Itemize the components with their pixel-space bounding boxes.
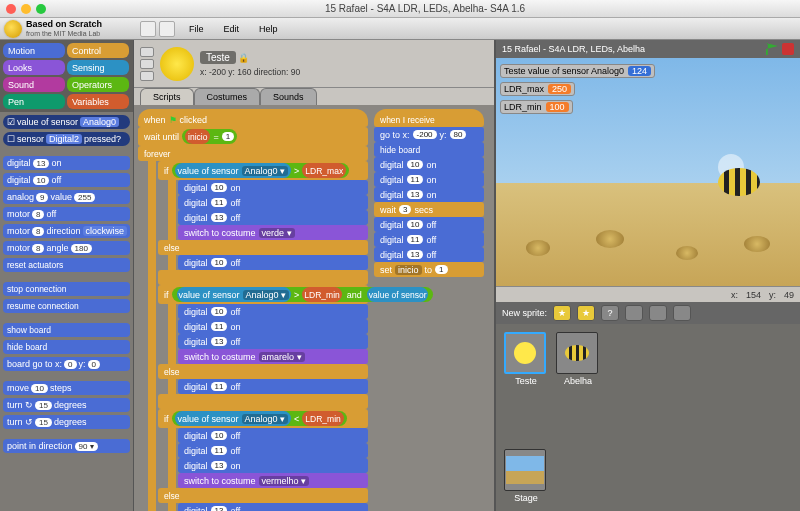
blk-stop-conn[interactable]: stop connection — [3, 282, 130, 296]
stop-button[interactable] — [782, 43, 794, 55]
tab-sounds[interactable]: Sounds — [260, 88, 317, 105]
blk-digital-on[interactable]: digital 13 on — [3, 156, 130, 170]
cat-motion[interactable]: Motion — [3, 43, 65, 58]
cat-sound[interactable]: Sound — [3, 77, 65, 92]
blk-reset[interactable]: reset actuators — [3, 258, 130, 272]
script-area[interactable]: when ⚑ clicked wait until inicio = 1 for… — [134, 105, 494, 511]
menu-edit[interactable]: Edit — [216, 22, 248, 36]
blk-d11-on-r[interactable]: digital 11 on — [374, 172, 484, 187]
tab-costumes[interactable]: Costumes — [194, 88, 261, 105]
blk-board-goto[interactable]: board go to x: 0 y: 0 — [3, 357, 130, 371]
blk-d13-off-2[interactable]: digital 13 off — [178, 334, 368, 349]
cat-control[interactable]: Control — [67, 43, 129, 58]
blk-move-steps[interactable]: move 10 steps — [3, 381, 130, 395]
cat-pen[interactable]: Pen — [3, 94, 65, 109]
blk-turn-r[interactable]: turn ↻ 15 degrees — [3, 398, 130, 412]
blk-if3[interactable]: if value of sensor Analog0 ▾ < LDR_min — [158, 409, 368, 428]
blk-d11-off-r[interactable]: digital 11 off — [374, 232, 484, 247]
blk-motor-dir[interactable]: motor 8 direction clockwise — [3, 224, 130, 238]
blk-else1[interactable]: else — [158, 240, 368, 255]
blk-else2[interactable]: else — [158, 364, 368, 379]
blk-value-of-sensor[interactable]: ☑ value of sensor Analog0 — [3, 115, 130, 129]
hat-flag[interactable]: when ⚑ clicked — [138, 109, 368, 127]
cat-sensing[interactable]: Sensing — [67, 60, 129, 75]
blk-d10-off-2[interactable]: digital 10 off — [178, 304, 368, 319]
surprise-sprite-button[interactable]: ? — [601, 305, 619, 321]
close-button[interactable] — [6, 4, 16, 14]
zoom-button[interactable] — [36, 4, 46, 14]
view-small[interactable] — [140, 47, 154, 57]
bee-sprite-icon[interactable] — [700, 158, 760, 200]
import-sprite-button[interactable]: ★ — [577, 305, 595, 321]
blk-d11-off-2[interactable]: digital 11 off — [178, 379, 368, 394]
blk-hide-board[interactable]: hide board — [3, 340, 130, 354]
sprite-item-stage[interactable]: Stage — [504, 449, 548, 503]
blk-wait-until[interactable]: wait until inicio = 1 — [138, 127, 368, 146]
cat-variables[interactable]: Variables — [67, 94, 129, 109]
blk-goto[interactable]: go to x: -200 y: 80 — [374, 127, 484, 142]
hat-receive[interactable]: when I receive — [374, 109, 484, 127]
monitor-ldr-min[interactable]: LDR_min100 — [500, 100, 573, 114]
cat-looks[interactable]: Looks — [3, 60, 65, 75]
ns-btn-6[interactable] — [673, 305, 691, 321]
blk-d11-on[interactable]: digital 11 on — [178, 319, 368, 334]
minimize-button[interactable] — [21, 4, 31, 14]
blk-cost-vermelho[interactable]: switch to costume vermelho ▾ — [178, 473, 368, 488]
tab-scripts[interactable]: Scripts — [140, 88, 194, 105]
monitor-analog0[interactable]: Teste value of sensor Analog0124 — [500, 64, 655, 78]
blk-d13-on-r[interactable]: digital 13 on — [374, 187, 484, 202]
stage-canvas[interactable]: Teste value of sensor Analog0124 LDR_max… — [496, 58, 800, 286]
blk-digital-off[interactable]: digital 10 off — [3, 173, 130, 187]
blk-d13-on-3[interactable]: digital 13 on — [178, 458, 368, 473]
ns-btn-4[interactable] — [625, 305, 643, 321]
blk-motor-angle[interactable]: motor 8 angle 180 — [3, 241, 130, 255]
blk-cost-verde[interactable]: switch to costume verde ▾ — [178, 225, 368, 240]
blk-d11-off-3[interactable]: digital 11 off — [178, 443, 368, 458]
blk-set-inicio[interactable]: set inicio to 1 — [374, 262, 484, 277]
sprite-item-teste[interactable]: Teste — [504, 332, 548, 386]
blk-d13-off[interactable]: digital 13 off — [178, 210, 368, 225]
blk-cost-amarelo[interactable]: switch to costume amarelo ▾ — [178, 349, 368, 364]
blk-d10-off-r[interactable]: digital 10 off — [374, 217, 484, 232]
blk-d10-off-3[interactable]: digital 10 off — [178, 428, 368, 443]
new-sprite-label: New sprite: — [502, 308, 547, 318]
blk-turn-l[interactable]: turn ↺ 15 degrees — [3, 415, 130, 429]
blk-wait3[interactable]: wait 3 secs — [374, 202, 484, 217]
blk-point-dir[interactable]: point in direction 90 ▾ — [3, 439, 130, 453]
hay-icon — [596, 230, 624, 248]
view-present[interactable] — [140, 71, 154, 81]
blk-d11-off[interactable]: digital 11 off — [178, 195, 368, 210]
blk-d13-off-3[interactable]: digital 13 off — [178, 503, 368, 511]
blk-hide-board[interactable]: hide board — [374, 142, 484, 157]
blk-if1[interactable]: if value of sensor Analog0 ▾ > LDR_max — [158, 161, 368, 180]
view-large[interactable] — [140, 59, 154, 69]
menu-bar: Based on Scratchfrom the MIT Media Lab F… — [0, 18, 800, 40]
blk-d10-off[interactable]: digital 10 off — [178, 255, 368, 270]
blk-forever[interactable]: forever — [138, 146, 368, 161]
cat-operators[interactable]: Operators — [67, 77, 129, 92]
sprite-item-abelha[interactable]: Abelha — [556, 332, 600, 386]
lang-icon[interactable] — [140, 21, 156, 37]
blk-resume-conn[interactable]: resume connection — [3, 299, 130, 313]
blk-show-board[interactable]: show board — [3, 323, 130, 337]
sprite-name-field[interactable]: Teste — [200, 51, 236, 64]
script-stack-main[interactable]: when ⚑ clicked wait until inicio = 1 for… — [138, 109, 368, 511]
blk-sensor-pressed[interactable]: ☐ sensor Digital2 pressed? — [3, 132, 130, 146]
monitor-ldr-max[interactable]: LDR_max250 — [500, 82, 575, 96]
blk-if2[interactable]: if value of sensor Analog0 ▾ > LDR_min a… — [158, 285, 368, 304]
blk-else3[interactable]: else — [158, 488, 368, 503]
save-icon[interactable] — [159, 21, 175, 37]
blk-d10-on[interactable]: digital 10 on — [178, 180, 368, 195]
menu-file[interactable]: File — [181, 22, 212, 36]
lock-icon[interactable]: 🔒 — [238, 53, 249, 63]
sprite-coords: x: -200 y: 160 direction: 90 — [200, 67, 488, 77]
menu-help[interactable]: Help — [251, 22, 286, 36]
green-flag-button[interactable] — [766, 43, 778, 55]
blk-analog-value[interactable]: analog 9 value 255 — [3, 190, 130, 204]
paint-sprite-button[interactable]: ★ — [553, 305, 571, 321]
blk-d13-off-r[interactable]: digital 13 off — [374, 247, 484, 262]
script-stack-receive[interactable]: when I receive go to x: -200 y: 80 hide … — [374, 109, 484, 277]
blk-motor-off[interactable]: motor 8 off — [3, 207, 130, 221]
blk-d10-on-r[interactable]: digital 10 on — [374, 157, 484, 172]
ns-btn-5[interactable] — [649, 305, 667, 321]
